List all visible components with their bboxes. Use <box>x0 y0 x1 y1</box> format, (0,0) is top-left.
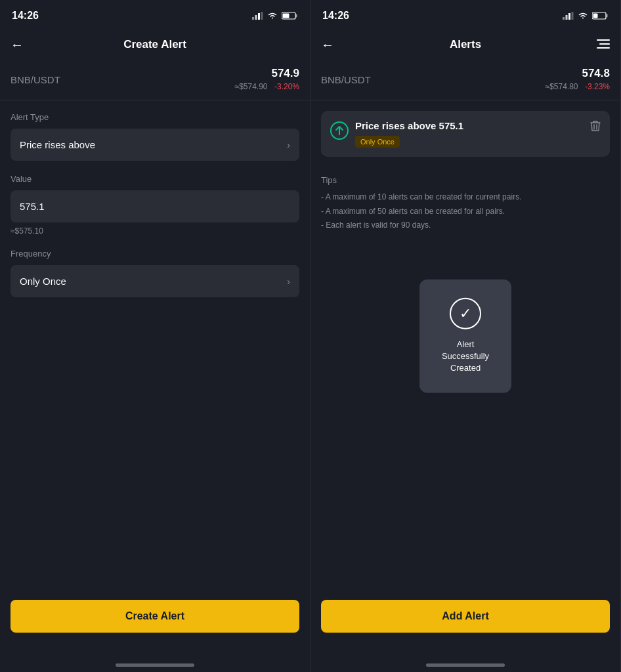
svg-rect-16 <box>597 47 610 49</box>
right-pair-row: BNB/USDT 574.8 ≈$574.80 -3.23% <box>310 60 620 100</box>
alert-item-title: Price rises above 575.1 <box>355 120 463 131</box>
tips-content: - A maximum of 10 alerts can be created … <box>321 190 610 233</box>
svg-rect-12 <box>607 14 608 18</box>
tips-line3: - Each alert is valid for 90 days. <box>321 219 610 233</box>
svg-rect-15 <box>599 43 610 45</box>
right-pair-sub: ≈$574.80 -3.23% <box>546 80 610 92</box>
svg-rect-5 <box>296 14 297 18</box>
tips-section: Tips - A maximum of 10 alerts can be cre… <box>310 167 620 241</box>
left-header-title: Create Alert <box>123 38 186 51</box>
frequency-value: Only Once <box>20 276 66 287</box>
create-alert-panel: 14:26 ← Create Alert BNB/ <box>0 0 310 672</box>
value-label: Value <box>11 174 299 184</box>
svg-rect-9 <box>568 13 570 20</box>
left-pair-row: BNB/USDT 574.9 ≈$574.90 -3.20% <box>0 60 310 100</box>
left-time: 14:26 <box>12 10 39 22</box>
alerts-header: ← Alerts <box>310 29 620 60</box>
svg-rect-2 <box>258 13 260 20</box>
left-back-button[interactable]: ← <box>11 37 24 52</box>
value-hint: ≈$575.10 <box>11 226 299 236</box>
right-battery-icon <box>592 12 609 20</box>
svg-rect-14 <box>597 39 610 41</box>
left-pair-name: BNB/USDT <box>11 74 60 85</box>
alert-type-label: Alert Type <box>11 112 299 122</box>
tips-title: Tips <box>321 175 610 185</box>
left-pair-price-block: 574.9 ≈$574.90 -3.20% <box>235 67 299 92</box>
left-pair-sub: ≈$574.90 -3.20% <box>235 80 299 92</box>
svg-rect-8 <box>566 15 568 20</box>
create-alert-header: ← Create Alert <box>0 29 310 60</box>
create-alert-form: Alert Type Price rises above › Value ≈$5… <box>0 100 310 672</box>
alert-type-value: Price rises above <box>20 139 95 150</box>
alert-up-icon <box>330 121 349 140</box>
right-signal-icon <box>563 12 574 20</box>
svg-rect-3 <box>261 12 263 20</box>
create-alert-button[interactable]: Create Alert <box>11 600 299 633</box>
right-status-bar: 14:26 <box>310 0 620 29</box>
success-check-icon: ✓ <box>450 298 481 329</box>
battery-icon <box>282 12 298 20</box>
tips-line1: - A maximum of 10 alerts can be created … <box>321 190 610 205</box>
alert-details: Price rises above 575.1 Only Once <box>355 120 463 148</box>
right-home-indicator <box>426 663 505 667</box>
right-status-icons <box>563 12 609 20</box>
alert-type-select[interactable]: Price rises above › <box>11 129 299 161</box>
right-header-title: Alerts <box>450 38 481 51</box>
svg-rect-10 <box>572 12 574 20</box>
signal-icon <box>252 12 263 20</box>
left-pair-price: 574.9 <box>235 67 299 80</box>
right-pair-price-block: 574.8 ≈$574.80 -3.23% <box>546 67 610 92</box>
menu-icon <box>597 39 610 49</box>
right-pair-name: BNB/USDT <box>321 74 371 85</box>
wifi-icon <box>267 12 278 20</box>
right-menu-button[interactable] <box>597 38 610 52</box>
frequency-label: Frequency <box>11 249 299 259</box>
alert-list-item: Price rises above 575.1 Only Once <box>321 111 610 157</box>
alert-frequency-badge: Only Once <box>355 136 400 148</box>
left-home-indicator <box>116 663 194 667</box>
right-time: 14:26 <box>322 10 349 22</box>
add-alert-button[interactable]: Add Alert <box>321 600 610 633</box>
frequency-select[interactable]: Only Once › <box>11 265 299 297</box>
delete-icon <box>590 120 601 132</box>
value-input[interactable] <box>11 190 299 222</box>
alerts-panel: 14:26 ← Alerts <box>310 0 621 672</box>
svg-rect-6 <box>283 14 289 18</box>
svg-rect-7 <box>563 17 565 20</box>
success-toast-text: Alert Successfully Created <box>440 339 490 375</box>
left-status-bar: 14:26 <box>0 0 310 29</box>
frequency-chevron: › <box>287 276 290 287</box>
svg-rect-0 <box>252 17 254 20</box>
alert-delete-button[interactable] <box>590 120 601 135</box>
left-status-icons <box>252 12 298 20</box>
value-input-wrapper <box>11 190 299 222</box>
right-back-button[interactable]: ← <box>321 37 334 52</box>
success-toast: ✓ Alert Successfully Created <box>419 280 511 393</box>
alert-type-chevron: › <box>287 140 290 150</box>
alert-item-left: Price rises above 575.1 Only Once <box>330 120 463 148</box>
svg-rect-13 <box>593 14 598 18</box>
up-arrow-icon <box>335 126 343 135</box>
svg-rect-1 <box>255 15 257 20</box>
right-wifi-icon <box>578 12 588 20</box>
tips-line2: - A maximum of 50 alerts can be created … <box>321 205 610 219</box>
right-pair-price: 574.8 <box>546 67 610 80</box>
